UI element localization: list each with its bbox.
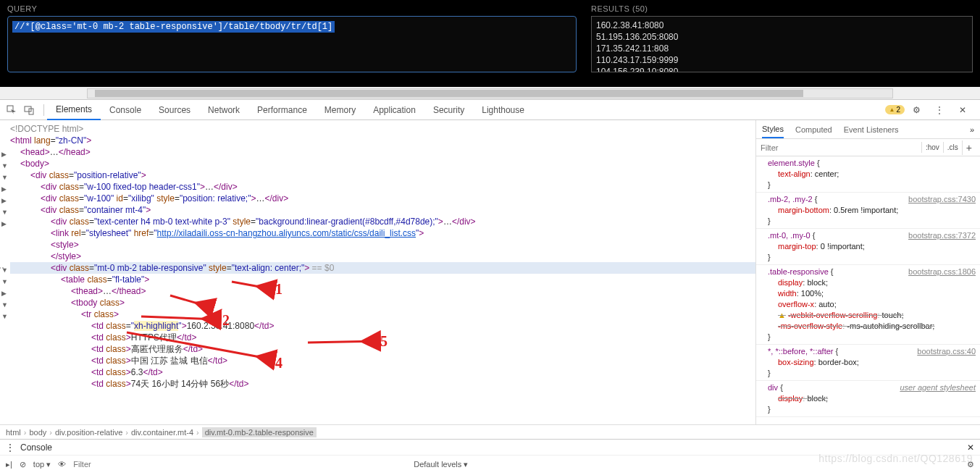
dom-thead[interactable]: ▶<thead>…</thead> — [10, 285, 755, 297]
elements-panel[interactable]: <!DOCTYPE html> <html lang="zh-CN"> ▶<he… — [0, 120, 755, 424]
styles-tab-computed[interactable]: Computed — [795, 122, 832, 138]
crumb-body[interactable]: body — [29, 428, 46, 437]
style-rule[interactable]: bootstrap.css:1806.table-responsive {dis… — [756, 265, 980, 345]
result-item: 51.195.136.205:8080 — [596, 31, 968, 43]
dom-td-1[interactable]: <td class="xh-highlight">160.2.38.41:808… — [10, 320, 755, 332]
tab-sources[interactable]: Sources — [150, 101, 199, 119]
dom-div-xilibg[interactable]: ▶<div class="w-100" id="xilibg" style="p… — [10, 193, 755, 204]
tab-lighthouse[interactable]: Lighthouse — [473, 101, 533, 119]
inspect-icon[interactable] — [6, 104, 17, 116]
device-toggle-icon[interactable] — [23, 104, 35, 116]
rule-source-ua: user agent stylesheet — [900, 382, 976, 393]
dom-style-close[interactable]: </style> — [10, 251, 755, 262]
console-filter-input[interactable] — [73, 460, 261, 469]
results-list[interactable]: 160.2.38.41:8080 51.195.136.205:8080 171… — [591, 16, 973, 72]
styles-tab-events[interactable]: Event Listeners — [844, 122, 899, 138]
dom-tr[interactable]: ▼<tr class> — [10, 309, 755, 320]
console-tab-label[interactable]: Console — [20, 442, 52, 453]
new-style-rule-button[interactable]: + — [962, 140, 976, 155]
dom-td-3[interactable]: <td class>高匿代理服务</td> — [10, 343, 755, 355]
console-context[interactable]: top ▾ — [33, 460, 51, 469]
tab-application[interactable]: Application — [364, 101, 424, 119]
results-label: RESULTS (50) — [591, 4, 973, 13]
crumb-selected[interactable]: div.mt-0.mb-2.table-responsive — [202, 427, 317, 437]
rule-source-link[interactable]: bootstrap.css:40 — [917, 346, 976, 357]
dom-style-open[interactable]: <style> — [10, 239, 755, 251]
crumb-container[interactable]: div.container.mt-4 — [131, 428, 193, 437]
styles-filter-bar: :hov .cls + — [756, 139, 980, 156]
page-horizontal-scrollbar[interactable] — [0, 87, 980, 100]
dom-table[interactable]: ▼<table class="fl-table"> — [10, 274, 755, 285]
dom-div-table-responsive[interactable]: ▼<div class="mt-0 mb-2 table-responsive"… — [10, 262, 755, 274]
dom-tbody[interactable]: ▼<tbody class> — [10, 297, 755, 309]
dom-doctype[interactable]: <!DOCTYPE html> — [10, 123, 755, 135]
query-section: QUERY //*[@class='mt-0 mb-2 table-respon… — [0, 0, 584, 87]
tab-network[interactable]: Network — [199, 101, 248, 119]
crumb-position-relative[interactable]: div.position-relative — [55, 428, 122, 437]
styles-more-icon[interactable]: » — [970, 125, 974, 134]
dom-html[interactable]: <html lang="zh-CN"> — [10, 135, 755, 146]
dom-div-position-relative[interactable]: ▼<div class="position-relative"> — [10, 169, 755, 181]
style-rule[interactable]: bootstrap.css:7430.mb-2, .my-2 {margin-b… — [756, 193, 980, 229]
dom-head[interactable]: ▶<head>…</head> — [10, 146, 755, 158]
results-section: RESULTS (50) 160.2.38.41:8080 51.195.136… — [584, 0, 980, 87]
result-item: 160.2.38.41:8080 — [596, 20, 968, 31]
rule-source-link[interactable]: bootstrap.css:1806 — [908, 267, 976, 277]
dom-td-4[interactable]: <td class>中国 江苏 盐城 电信</td> — [10, 355, 755, 366]
styles-filter-input[interactable] — [761, 143, 921, 152]
rule-source-link[interactable]: bootstrap.css:7372 — [908, 230, 976, 241]
style-rule[interactable]: user agent stylesheetdiv {display: block… — [756, 381, 980, 417]
close-icon[interactable]: ✕ — [957, 104, 968, 116]
dom-td-2[interactable]: <td class>HTTPS代理</td> — [10, 332, 755, 343]
dom-div-gradient[interactable]: ▶<div class="text-center h4 mb-0 text-wh… — [10, 216, 755, 227]
kebab-icon[interactable]: ⋮ — [934, 104, 945, 116]
console-clear-icon[interactable]: ⊘ — [20, 460, 26, 469]
styles-tab-styles[interactable]: Styles — [762, 121, 784, 138]
style-rule[interactable]: element.style {text-align: center;} — [756, 156, 980, 193]
styles-rules[interactable]: element.style {text-align: center;}boots… — [756, 156, 980, 424]
console-sidebar-toggle-icon[interactable]: ▸| — [6, 460, 12, 469]
query-text[interactable]: //*[@class='mt-0 mb-2 table-responsive']… — [12, 21, 335, 33]
result-item: 104.156.239.10:8080 — [596, 66, 968, 72]
devtools-tab-bar: Elements Console Sources Network Perform… — [0, 100, 980, 120]
dom-div-header[interactable]: ▶<div class="w-100 fixed-top header-css1… — [10, 181, 755, 193]
tab-security[interactable]: Security — [424, 101, 473, 119]
tab-console[interactable]: Console — [101, 101, 150, 119]
result-item: 171.35.242.11:808 — [596, 43, 968, 54]
watermark: https://blog.csdn.net/QQ128619 — [818, 453, 973, 464]
style-rule[interactable]: bootstrap.css:7372.mt-0, .my-0 {margin-t… — [756, 229, 980, 265]
tab-elements[interactable]: Elements — [47, 100, 101, 120]
dom-td-6[interactable]: <td class>74天 16小时 14分钟 56秒</td> — [10, 378, 755, 390]
styles-panel: Styles Computed Event Listeners » :hov .… — [755, 120, 980, 424]
dom-td-5[interactable]: <td class>6.3</td> — [10, 366, 755, 378]
console-close-icon[interactable]: ✕ — [967, 442, 974, 453]
dom-div-container[interactable]: ▼<div class="container mt-4"> — [10, 204, 755, 216]
devtools-body: <!DOCTYPE html> <html lang="zh-CN"> ▶<he… — [0, 120, 980, 424]
console-kebab-icon[interactable]: ⋮ — [6, 442, 14, 453]
tab-memory[interactable]: Memory — [316, 101, 364, 119]
dom-body[interactable]: ▼<body> — [10, 158, 755, 169]
eye-icon[interactable]: 👁 — [58, 460, 66, 469]
elements-breadcrumb[interactable]: html› body› div.position-relative› div.c… — [0, 424, 980, 439]
warnings-badge[interactable]: 2 — [885, 105, 905, 114]
query-input-box[interactable]: //*[@class='mt-0 mb-2 table-responsive']… — [7, 16, 577, 72]
dom-link-css[interactable]: <link rel="stylesheet" href="http://xila… — [10, 227, 755, 239]
styles-tabs: Styles Computed Event Listeners » — [756, 120, 980, 139]
query-label: QUERY — [7, 4, 577, 13]
style-rule[interactable]: bootstrap.css:40*, *::before, *::after {… — [756, 345, 980, 381]
crumb-html[interactable]: html — [6, 428, 21, 437]
cls-button[interactable]: .cls — [943, 142, 962, 153]
xpath-helper-panel: QUERY //*[@class='mt-0 mb-2 table-respon… — [0, 0, 980, 87]
result-item: 110.243.17.159:9999 — [596, 54, 968, 66]
log-levels-dropdown[interactable]: Default levels ▾ — [414, 460, 468, 469]
hov-button[interactable]: :hov — [921, 142, 943, 153]
gear-icon[interactable]: ⚙ — [910, 104, 922, 116]
tab-performance[interactable]: Performance — [248, 101, 316, 119]
rule-source-link[interactable]: bootstrap.css:7430 — [908, 194, 976, 205]
